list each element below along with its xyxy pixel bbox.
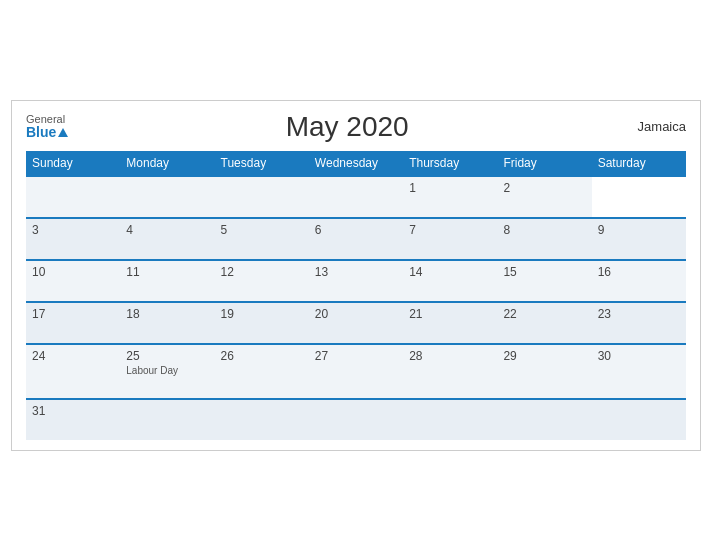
- calendar-day-cell: 29: [497, 344, 591, 399]
- calendar-day-cell: 16: [592, 260, 686, 302]
- calendar-day-cell: 6: [309, 218, 403, 260]
- calendar-day-cell: 12: [215, 260, 309, 302]
- calendar-day-cell: 9: [592, 218, 686, 260]
- header-friday: Friday: [497, 151, 591, 176]
- day-number: 29: [503, 349, 516, 363]
- header-tuesday: Tuesday: [215, 151, 309, 176]
- calendar-day-cell: 21: [403, 302, 497, 344]
- day-number: 28: [409, 349, 422, 363]
- holiday-label: Labour Day: [126, 365, 208, 376]
- day-number: 5: [221, 223, 228, 237]
- calendar-day-cell: 30: [592, 344, 686, 399]
- calendar-day-cell: 20: [309, 302, 403, 344]
- calendar-day-cell: 25Labour Day: [120, 344, 214, 399]
- weekday-header-row: Sunday Monday Tuesday Wednesday Thursday…: [26, 151, 686, 176]
- day-number: 6: [315, 223, 322, 237]
- calendar-thead: Sunday Monday Tuesday Wednesday Thursday…: [26, 151, 686, 176]
- calendar-day-cell: 4: [120, 218, 214, 260]
- day-number: 21: [409, 307, 422, 321]
- day-number: 3: [32, 223, 39, 237]
- calendar-day-cell: 2: [497, 176, 591, 218]
- calendar-day-cell: [592, 399, 686, 440]
- calendar-week-row: 17181920212223: [26, 302, 686, 344]
- calendar-day-cell: 24: [26, 344, 120, 399]
- logo-triangle-icon: [58, 128, 68, 137]
- day-number: 26: [221, 349, 234, 363]
- calendar-day-cell: 15: [497, 260, 591, 302]
- calendar-title: May 2020: [68, 111, 626, 143]
- calendar-day-cell: 19: [215, 302, 309, 344]
- calendar-day-cell: [215, 176, 309, 218]
- calendar-day-cell: 1: [403, 176, 497, 218]
- calendar-day-cell: [120, 399, 214, 440]
- day-number: 1: [409, 181, 416, 195]
- calendar-body: 1234567891011121314151617181920212223242…: [26, 176, 686, 440]
- calendar-day-cell: 10: [26, 260, 120, 302]
- calendar-header: General Blue May 2020 Jamaica: [26, 111, 686, 143]
- day-number: 11: [126, 265, 139, 279]
- day-number: 27: [315, 349, 328, 363]
- calendar-week-row: 12: [26, 176, 686, 218]
- calendar-day-cell: 31: [26, 399, 120, 440]
- day-number: 9: [598, 223, 605, 237]
- day-number: 10: [32, 265, 45, 279]
- calendar-day-cell: 17: [26, 302, 120, 344]
- day-number: 13: [315, 265, 328, 279]
- calendar-day-cell: [309, 399, 403, 440]
- logo: General Blue: [26, 114, 68, 139]
- calendar-day-cell: 13: [309, 260, 403, 302]
- calendar-day-cell: [26, 176, 120, 218]
- calendar-day-cell: 11: [120, 260, 214, 302]
- day-number: 17: [32, 307, 45, 321]
- calendar-day-cell: [403, 399, 497, 440]
- day-number: 24: [32, 349, 45, 363]
- calendar-day-cell: 23: [592, 302, 686, 344]
- day-number: 8: [503, 223, 510, 237]
- calendar-day-cell: [215, 399, 309, 440]
- calendar-day-cell: 26: [215, 344, 309, 399]
- day-number: 12: [221, 265, 234, 279]
- day-number: 14: [409, 265, 422, 279]
- day-number: 31: [32, 404, 45, 418]
- day-number: 20: [315, 307, 328, 321]
- calendar-day-cell: 7: [403, 218, 497, 260]
- day-number: 19: [221, 307, 234, 321]
- day-number: 7: [409, 223, 416, 237]
- day-number: 16: [598, 265, 611, 279]
- calendar-day-cell: 22: [497, 302, 591, 344]
- day-number: 22: [503, 307, 516, 321]
- day-number: 23: [598, 307, 611, 321]
- calendar-day-cell: 28: [403, 344, 497, 399]
- calendar-week-row: 2425Labour Day2627282930: [26, 344, 686, 399]
- calendar-day-cell: [309, 176, 403, 218]
- calendar-day-cell: 14: [403, 260, 497, 302]
- calendar-day-cell: 27: [309, 344, 403, 399]
- day-number: 25: [126, 349, 139, 363]
- day-number: 2: [503, 181, 510, 195]
- header-thursday: Thursday: [403, 151, 497, 176]
- day-number: 18: [126, 307, 139, 321]
- calendar-container: General Blue May 2020 Jamaica Sunday Mon…: [11, 100, 701, 451]
- calendar-day-cell: [120, 176, 214, 218]
- day-number: 4: [126, 223, 133, 237]
- calendar-day-cell: 8: [497, 218, 591, 260]
- header-wednesday: Wednesday: [309, 151, 403, 176]
- header-monday: Monday: [120, 151, 214, 176]
- calendar-week-row: 3456789: [26, 218, 686, 260]
- calendar-day-cell: [497, 399, 591, 440]
- header-sunday: Sunday: [26, 151, 120, 176]
- day-number: 30: [598, 349, 611, 363]
- calendar-day-cell: 3: [26, 218, 120, 260]
- calendar-day-cell: 18: [120, 302, 214, 344]
- logo-blue-text: Blue: [26, 125, 68, 139]
- calendar-table: Sunday Monday Tuesday Wednesday Thursday…: [26, 151, 686, 440]
- calendar-week-row: 10111213141516: [26, 260, 686, 302]
- calendar-day-cell: 5: [215, 218, 309, 260]
- day-number: 15: [503, 265, 516, 279]
- calendar-week-row: 31: [26, 399, 686, 440]
- header-saturday: Saturday: [592, 151, 686, 176]
- country-label: Jamaica: [626, 119, 686, 134]
